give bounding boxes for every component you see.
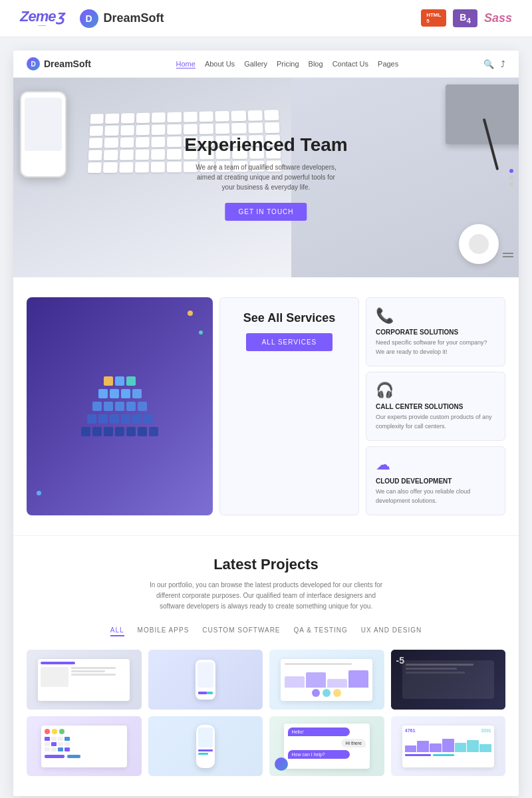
hero-subtitle: We are a team of qualified software deve… <box>193 162 339 192</box>
side-indicator <box>509 169 519 186</box>
filter-ux[interactable]: UX AND DESIGN <box>361 625 422 636</box>
hero-section: for(let i=0;i<60;i++) document.write('<d… <box>13 78 519 277</box>
projects-grid-row2: Hello! Hi there How can I help? 4761 339… <box>27 716 505 776</box>
bootstrap-badge: B4 <box>453 9 477 27</box>
services-section: See All Services ALL SERVICES 📞 CORPORAT… <box>13 277 519 535</box>
key <box>167 162 181 172</box>
key <box>88 162 102 173</box>
nav-brand[interactable]: D DreamSoft <box>27 57 91 70</box>
project-2-inner <box>148 650 263 710</box>
nav-links: Home About Us Gallery Pricing Blog Conta… <box>176 60 399 68</box>
key <box>120 113 134 124</box>
key <box>119 162 133 173</box>
key <box>88 150 102 160</box>
project-2-phone <box>196 660 215 700</box>
side-line-2 <box>503 256 513 257</box>
side-dot-1 <box>509 169 513 173</box>
projects-filter: ALL MOBILE APPS CUSTOM SOFTWARE QA & TES… <box>27 625 505 636</box>
project-card-2[interactable] <box>148 650 263 710</box>
key <box>90 114 104 124</box>
top-bar: Zemeʒ ~~~ D DreamSoft HTML 5 B4 Sass <box>0 0 532 37</box>
key <box>120 125 134 136</box>
earphone-mockup <box>459 224 499 264</box>
project-4-inner: -5 <box>391 650 506 710</box>
filter-mobile[interactable]: MOBILE APPS <box>138 625 190 636</box>
key <box>89 138 103 148</box>
key <box>105 126 119 136</box>
nav-home[interactable]: Home <box>176 60 196 68</box>
nav-actions: 🔍 ⤴ <box>483 59 505 69</box>
hero-cta-button[interactable]: GET IN TOUCH <box>225 203 307 221</box>
phone-mockup <box>20 91 66 178</box>
html-badge: HTML 5 <box>421 9 446 27</box>
key <box>167 136 181 147</box>
see-all-title: See All Services <box>233 311 345 325</box>
key <box>104 138 118 148</box>
cloud-title: CLOUD DEVELOPMENT <box>376 477 495 485</box>
key <box>248 122 263 133</box>
search-icon[interactable]: 🔍 <box>483 59 494 69</box>
service-card-cloud: ☁ CLOUD DEVELOPMENT We can also offer yo… <box>366 446 505 515</box>
project-card-7[interactable]: Hello! Hi there How can I help? <box>269 716 384 776</box>
tech-badges: HTML 5 B4 Sass <box>421 9 512 27</box>
key <box>247 110 262 121</box>
key <box>199 111 213 122</box>
zemes-logo: Zemeʒ ~~~ <box>20 8 64 29</box>
filter-custom[interactable]: CUSTOM SOFTWARE <box>202 625 280 636</box>
dreamsoft-logo-top: D DreamSoft <box>80 9 164 28</box>
projects-description: In our portfolio, you can browse the lat… <box>146 580 386 612</box>
key <box>231 110 246 121</box>
service-cards-column: 📞 CORPORATE SOLUTIONS Need specific soft… <box>366 297 505 515</box>
project-card-8[interactable]: 4761 3391 <box>391 716 506 776</box>
nav-gallery[interactable]: Gallery <box>244 60 267 68</box>
key <box>167 149 181 160</box>
cloud-icon: ☁ <box>376 456 495 473</box>
nav-contact[interactable]: Contact Us <box>332 60 368 68</box>
project-8-inner: 4761 3391 <box>391 716 506 776</box>
project-card-1[interactable] <box>27 650 142 710</box>
project-1-screen <box>38 659 130 701</box>
projects-section: Latest Projects In our portfolio, you ca… <box>13 535 519 796</box>
callcenter-icon: 🎧 <box>376 382 495 399</box>
nav-pages[interactable]: Pages <box>378 60 398 68</box>
side-dot-3 <box>509 182 513 186</box>
projects-title: Latest Projects <box>27 556 505 573</box>
navigation: D DreamSoft Home About Us Gallery Pricin… <box>13 51 519 78</box>
ds-icon: D <box>80 9 98 28</box>
key <box>152 112 166 123</box>
proj-line <box>71 667 116 669</box>
key <box>264 110 279 120</box>
key <box>215 111 229 122</box>
project-5-calendar <box>41 726 127 767</box>
key <box>136 137 150 148</box>
side-dot-2 <box>509 176 513 180</box>
msg-bubble-2: Hi there <box>341 739 366 747</box>
filter-qa[interactable]: QA & TESTING <box>294 625 348 636</box>
cloud-desc: We can also offer you reliable cloud dev… <box>376 487 495 505</box>
service-card-callcenter: 🎧 CALL CENTER SOLUTIONS Our experts prov… <box>366 372 505 441</box>
project-card-3[interactable] <box>269 650 384 710</box>
filter-all[interactable]: ALL <box>110 625 124 636</box>
project-card-4[interactable]: -5 <box>391 650 506 710</box>
see-all-button[interactable]: ALL SERVICES <box>246 333 333 351</box>
sass-badge: Sass <box>484 11 512 25</box>
key <box>152 124 166 135</box>
nav-blog[interactable]: Blog <box>309 60 323 68</box>
side-lines <box>503 253 513 257</box>
msg-bubble-1: Hello! <box>288 728 350 736</box>
nav-pricing[interactable]: Pricing <box>277 60 299 68</box>
project-card-5[interactable] <box>27 716 142 776</box>
key <box>90 126 104 136</box>
projects-grid-row1: -5 <box>27 650 505 710</box>
share-icon[interactable]: ⤴ <box>501 59 505 69</box>
msg-bubble-3: How can I help? <box>288 750 350 759</box>
services-illustration <box>27 297 213 515</box>
callcenter-desc: Our experts provide custom products of a… <box>376 413 495 431</box>
nav-about[interactable]: About Us <box>205 60 235 68</box>
key <box>168 112 182 122</box>
see-all-services-box: See All Services ALL SERVICES <box>219 297 359 515</box>
project-5-inner <box>27 716 142 776</box>
project-7-inner: Hello! Hi there How can I help? <box>269 716 384 776</box>
project-card-6[interactable] <box>148 716 263 776</box>
corporate-title: CORPORATE SOLUTIONS <box>376 329 495 336</box>
